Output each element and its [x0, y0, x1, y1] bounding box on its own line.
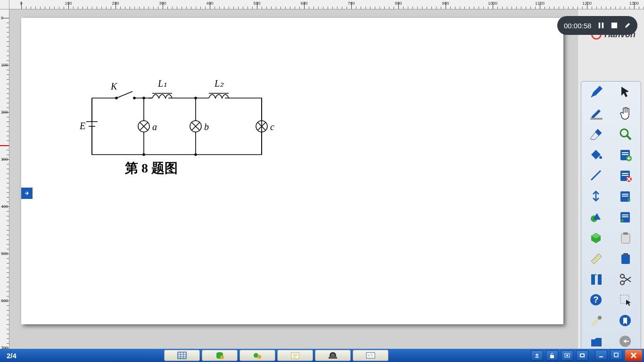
scissors-tool[interactable]	[612, 271, 639, 288]
curtain-tool[interactable]	[583, 271, 610, 288]
stop-button[interactable]	[611, 22, 618, 29]
svg-point-66	[331, 354, 335, 357]
taskbar-gears-button[interactable]	[239, 350, 275, 361]
svg-rect-69	[550, 355, 554, 358]
zoom-tool[interactable]	[612, 126, 639, 143]
svg-rect-48	[623, 253, 628, 255]
close-button[interactable]	[625, 350, 642, 361]
label-bulb-a: a	[152, 122, 157, 132]
taskbar-grid-button[interactable]	[164, 350, 200, 361]
svg-line-27	[627, 136, 631, 140]
svg-point-20	[143, 154, 145, 156]
svg-point-71	[566, 354, 568, 356]
svg-rect-23	[602, 23, 603, 28]
edit-button[interactable]	[624, 22, 631, 29]
label-l1: L₁	[157, 78, 167, 89]
page-next-tool[interactable]	[612, 188, 639, 205]
math-tool[interactable]	[583, 188, 610, 205]
share-tool[interactable]	[612, 333, 639, 350]
svg-rect-75	[614, 353, 618, 357]
paste-tool[interactable]	[612, 250, 639, 267]
svg-rect-22	[599, 23, 600, 28]
svg-point-19	[195, 97, 197, 99]
taskbar-camera-button[interactable]	[315, 350, 351, 361]
label-source: E	[79, 121, 85, 131]
svg-rect-59	[178, 352, 186, 359]
svg-rect-68	[366, 353, 375, 358]
page-add-tool[interactable]	[612, 147, 639, 164]
svg-point-18	[143, 97, 145, 99]
select-area-tool[interactable]	[612, 292, 639, 309]
svg-rect-43	[622, 214, 628, 215]
page-delete-tool[interactable]	[612, 167, 639, 184]
svg-rect-40	[622, 196, 628, 197]
ruler-tool[interactable]	[583, 250, 610, 267]
label-bulb-b: b	[204, 122, 209, 132]
svg-line-2	[116, 91, 132, 98]
taskbar-database-button[interactable]	[202, 350, 238, 361]
svg-rect-73	[581, 354, 584, 356]
svg-rect-45	[621, 234, 630, 243]
pen-tool[interactable]	[583, 84, 610, 101]
next-page-arrow[interactable]	[21, 188, 33, 199]
page-indicator: 2/4	[0, 352, 23, 360]
page-prev-tool[interactable]	[612, 209, 639, 226]
folder-tool[interactable]	[583, 333, 610, 350]
line-tool[interactable]	[583, 167, 610, 184]
pointer-tool[interactable]	[612, 84, 639, 101]
taskbar-whiteboard-button[interactable]	[353, 350, 388, 361]
eraser-tool[interactable]	[583, 126, 610, 143]
side-toolbar: ?	[581, 81, 641, 354]
svg-point-28	[599, 156, 602, 159]
taskbar-upload-button[interactable]	[531, 350, 543, 361]
hand-tool[interactable]	[612, 105, 639, 122]
svg-rect-25	[590, 118, 603, 120]
taskbar-slides-button[interactable]	[576, 350, 588, 361]
recording-time: 00:00:58	[564, 22, 591, 30]
settings-tool[interactable]	[583, 313, 610, 329]
bookmark-tool[interactable]	[612, 313, 639, 329]
label-l2: L₂	[214, 78, 224, 89]
svg-rect-36	[622, 175, 628, 176]
svg-point-21	[195, 154, 197, 156]
svg-rect-49	[591, 274, 595, 285]
figure-caption: 第 8 题图	[125, 159, 178, 177]
svg-point-26	[620, 129, 628, 137]
svg-rect-39	[622, 194, 628, 195]
ruler-corner	[0, 0, 9, 9]
shapes-tool[interactable]	[583, 209, 610, 226]
svg-rect-46	[623, 232, 628, 235]
minimize-button[interactable]	[595, 350, 607, 360]
svg-text:?: ?	[594, 295, 599, 304]
taskbar-unlock-button[interactable]	[546, 350, 558, 361]
label-bulb-c: c	[270, 122, 274, 132]
circuit-diagram: K E L₁ L₂ a b c	[73, 70, 276, 173]
taskbar: 2/4	[0, 349, 644, 362]
svg-rect-30	[622, 152, 628, 153]
svg-rect-44	[622, 216, 628, 217]
svg-rect-47	[621, 255, 630, 264]
bucket-tool[interactable]	[583, 147, 610, 164]
svg-rect-24	[611, 23, 617, 28]
svg-point-61	[220, 355, 224, 359]
svg-rect-50	[598, 274, 602, 285]
taskbar-screen-button[interactable]	[561, 350, 573, 361]
svg-rect-67	[329, 357, 337, 359]
svg-point-56	[598, 316, 602, 320]
recording-overlay: 00:00:58	[557, 16, 637, 35]
brush-tool[interactable]	[583, 105, 610, 122]
clipboard-tool[interactable]	[612, 230, 639, 247]
ruler-horizontal: 0100200300400500600700800900100011001200…	[9, 0, 644, 9]
3d-shapes-tool[interactable]	[583, 230, 610, 247]
help-tool[interactable]: ?	[583, 292, 610, 309]
label-switch: K	[110, 81, 118, 91]
page[interactable]: K E L₁ L₂ a b c 第 8 题图	[21, 18, 563, 324]
taskbar-notes-button[interactable]	[277, 350, 313, 361]
svg-point-63	[257, 355, 261, 359]
svg-rect-31	[622, 154, 628, 155]
canvas-area[interactable]: K E L₁ L₂ a b c 第 8 题图	[9, 9, 578, 349]
pause-button[interactable]	[598, 22, 604, 29]
maximize-button[interactable]	[610, 350, 622, 360]
svg-rect-35	[622, 173, 628, 174]
svg-point-1	[133, 97, 135, 99]
